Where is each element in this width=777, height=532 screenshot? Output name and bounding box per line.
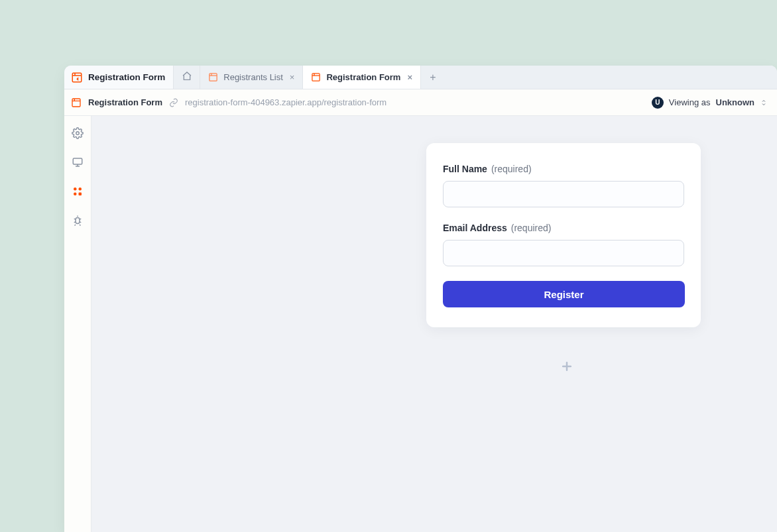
tab-registrants-list[interactable]: Registrants List × — [200, 66, 303, 89]
home-tab[interactable] — [174, 66, 200, 89]
svg-rect-2 — [312, 74, 320, 81]
canvas[interactable]: Full Name (required) Email Address (requ… — [91, 116, 777, 532]
viewing-as[interactable]: U Viewing as Unknown — [652, 97, 768, 109]
field-email: Email Address (required) — [443, 222, 684, 266]
components-icon — [72, 186, 84, 200]
full-name-input[interactable] — [443, 181, 684, 207]
bug-icon — [72, 215, 84, 229]
required-label: (required) — [511, 223, 552, 233]
sidebar-rail — [64, 116, 91, 532]
required-label: (required) — [491, 164, 532, 174]
register-button[interactable]: Register — [443, 281, 685, 307]
form-card: Full Name (required) Email Address (requ… — [426, 143, 701, 327]
app-tab: Registration Form — [64, 66, 174, 89]
label-text: Full Name — [443, 164, 487, 174]
field-full-name: Full Name (required) — [443, 163, 684, 207]
home-icon — [182, 71, 192, 84]
svg-rect-5 — [73, 158, 82, 164]
email-input[interactable] — [443, 240, 684, 266]
link-icon — [169, 98, 178, 107]
breadcrumb-title: Registration Form — [88, 97, 162, 107]
close-icon[interactable]: × — [288, 72, 296, 83]
monitor-icon — [72, 156, 84, 171]
page-icon — [208, 72, 218, 82]
rail-settings[interactable] — [71, 128, 84, 141]
tab-label: Registrants List — [223, 72, 283, 82]
svg-rect-3 — [72, 99, 80, 107]
breadcrumb-url[interactable]: registration-form-404963.zapier.app/regi… — [185, 97, 387, 107]
page-icon — [311, 72, 321, 82]
svg-rect-10 — [76, 218, 80, 224]
svg-rect-1 — [209, 74, 217, 81]
updown-icon — [760, 98, 768, 107]
field-label: Email Address (required) — [443, 223, 551, 233]
avatar: U — [652, 97, 664, 109]
viewing-who: Unknown — [716, 97, 755, 107]
svg-rect-0 — [72, 73, 82, 82]
plus-icon — [560, 360, 573, 376]
tab-registration-form[interactable]: Registration Form × — [303, 66, 421, 89]
tab-strip: Registration Form Registrants List × — [64, 66, 777, 89]
svg-point-7 — [79, 187, 82, 191]
toolbar: Registration Form registration-form-4049… — [64, 89, 777, 116]
page-icon — [71, 97, 82, 108]
plus-icon: + — [430, 72, 436, 83]
viewing-prefix: Viewing as — [669, 97, 711, 107]
add-block-button[interactable] — [559, 360, 575, 376]
svg-point-4 — [76, 132, 80, 135]
rail-debug[interactable] — [71, 215, 84, 229]
field-label: Full Name (required) — [443, 164, 532, 174]
body: Full Name (required) Email Address (requ… — [64, 116, 777, 532]
svg-rect-9 — [79, 193, 82, 196]
close-icon[interactable]: × — [406, 72, 414, 83]
tab-label: Registration Form — [326, 72, 400, 82]
rail-desktop[interactable] — [71, 157, 84, 170]
rail-components[interactable] — [71, 186, 84, 199]
label-text: Email Address — [443, 223, 507, 233]
app-title: Registration Form — [88, 72, 165, 82]
new-tab-button[interactable]: + — [421, 66, 445, 89]
svg-point-8 — [74, 193, 77, 196]
gear-icon — [72, 127, 84, 142]
app-icon — [71, 72, 83, 83]
svg-point-6 — [74, 187, 77, 191]
app-window: Registration Form Registrants List × — [64, 66, 777, 532]
